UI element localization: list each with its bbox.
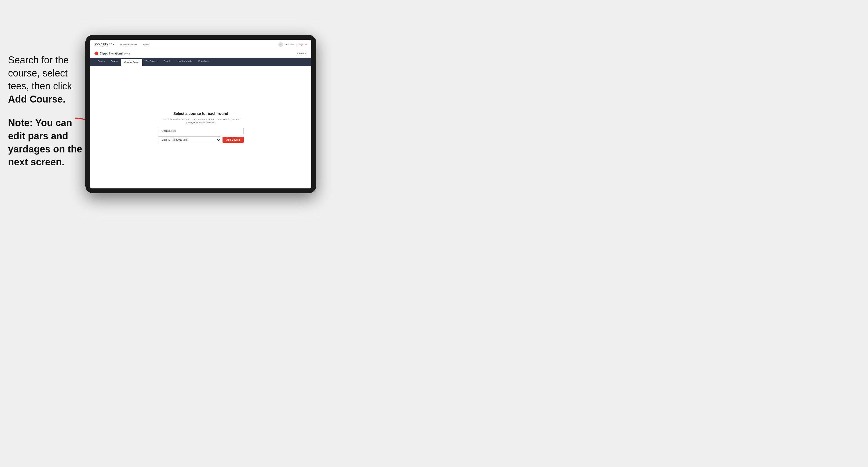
tab-leaderboards[interactable]: Leaderboards [175,58,195,66]
tournament-name: Clippd Invitational [100,52,123,55]
course-selector: Select a course for each round Search fo… [158,112,244,143]
nav-links: TOURNAMENTS TEAMS [120,43,278,46]
tab-course-setup[interactable]: Course Setup [121,59,142,66]
tee-selector-row: Gold (M) (M) (7010 yds) Add Course [158,136,244,143]
top-nav: SCOREBOARD Powered by clippd TOURNAMENTS… [90,40,311,50]
add-course-reference: Add Course. [8,94,65,105]
tee-select[interactable]: Gold (M) (M) (7010 yds) [158,136,221,143]
tab-results[interactable]: Results [160,58,175,66]
tab-nav: Details Teams Course Setup Tee Groups Re… [90,58,311,66]
note-text: Note: You can edit pars and yardages on … [8,117,86,168]
section-description: Search for a course and select a tee. Yo… [158,118,244,124]
tablet-device: SCOREBOARD Powered by clippd TOURNAMENTS… [85,35,316,193]
logo-subtitle: Powered by clippd [94,45,115,47]
nav-right: U Test User | Sign out [278,42,307,47]
tournament-badge: (Men) [124,52,130,55]
tournament-header: C Clippd Invitational (Men) Cancel ✕ [90,50,311,58]
tab-printables[interactable]: Printables [195,58,212,66]
main-content: Select a course for each round Search fo… [90,66,311,188]
cancel-button[interactable]: Cancel ✕ [297,52,307,55]
add-course-button[interactable]: Add Course [222,137,244,143]
nav-separator: | [297,43,297,45]
user-name: Test User [285,43,294,45]
nav-tournaments[interactable]: TOURNAMENTS [120,43,138,46]
tab-details[interactable]: Details [94,58,108,66]
logo-area: SCOREBOARD Powered by clippd [94,42,115,47]
instruction-text: Search for the course, select tees, then… [8,54,86,106]
section-title: Select a course for each round [158,112,244,116]
user-avatar: U [278,42,283,47]
tournament-icon: C [94,52,98,55]
nav-teams[interactable]: TEAMS [142,43,149,46]
tab-tee-groups[interactable]: Tee Groups [142,58,160,66]
tablet-screen: SCOREBOARD Powered by clippd TOURNAMENTS… [90,40,311,188]
sign-out-link[interactable]: Sign out [299,43,307,45]
instruction-panel: Search for the course, select tees, then… [8,54,86,169]
course-search-input[interactable] [158,128,244,134]
tab-teams[interactable]: Teams [108,58,121,66]
logo-title: SCOREBOARD [94,42,115,45]
